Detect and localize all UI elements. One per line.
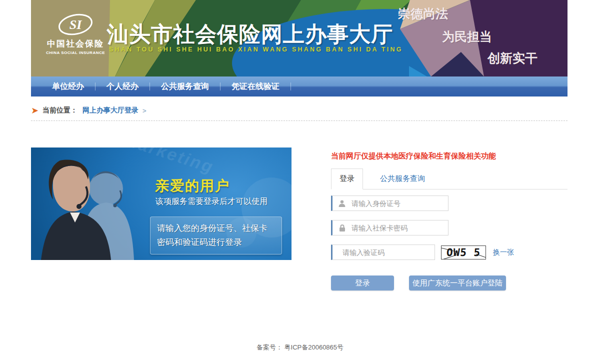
logo-chinese-name: 中国社会保险 <box>38 38 113 50</box>
nav-item-unit-services[interactable]: 单位经办 <box>41 82 95 92</box>
main-nav: 单位经办 个人经办 公共服务查询 凭证在线验证 <box>31 76 568 96</box>
slogan-chuangxin-shigan: 创新实干 <box>488 50 538 66</box>
nav-item-personal-services[interactable]: 个人经办 <box>96 82 150 92</box>
slogan-chongde-shangfa: 崇德尚法 <box>398 6 448 22</box>
slogan-weimin-dandang: 为民担当 <box>442 28 492 45</box>
tab-login[interactable]: 登录 <box>331 168 363 190</box>
captcha-field[interactable] <box>331 244 435 260</box>
nav-item-certificate-verify[interactable]: 凭证在线验证 <box>220 82 290 92</box>
captcha-image[interactable]: OW5 5 <box>441 246 486 260</box>
breadcrumb: ➤ 当前位置： 网上办事大厅登录 > <box>31 100 568 121</box>
site-title: 汕头市社会保险网上办事大厅 <box>107 20 393 49</box>
login-panel: 当前网厅仅提供本地医疗保险和生育保险相关功能 登录 公共服务查询 <box>331 148 568 290</box>
page: SI 中国社会保险 CHINA SOCIAL INSURANCE 汕头市社会保险… <box>0 0 600 364</box>
id-number-input[interactable] <box>352 196 448 210</box>
login-tabs: 登录 公共服务查询 <box>331 170 568 190</box>
login-promo-banner: marketing 亲爱的用户 该项服务需要登录后才可以使用 <box>31 148 292 260</box>
customer-service-agents-illustration <box>31 148 156 260</box>
header-banner: SI 中国社会保险 CHINA SOCIAL INSURANCE 汕头市社会保险… <box>31 0 568 76</box>
promo-subheading: 该项服务需要登录后才可以使用 <box>156 196 268 207</box>
id-number-field[interactable] <box>331 196 448 211</box>
footer-icp-record: 备案号： 粤ICP备20060865号 <box>0 343 600 352</box>
site-title-pinyin: SHAN TOU SHI SHE HUI BAO XIAN WANG SHANG… <box>109 46 403 53</box>
promo-tip-box: 请输入您的身份证号、社保卡密码和验证码进行登录 <box>150 216 282 254</box>
china-social-insurance-logo: SI 中国社会保险 CHINA SOCIAL INSURANCE <box>38 13 113 55</box>
tab-public-service-query[interactable]: 公共服务查询 <box>372 169 433 189</box>
lock-icon <box>332 224 352 232</box>
si-logo-icon: SI <box>57 13 94 36</box>
promo-heading: 亲爱的用户 <box>155 176 230 196</box>
breadcrumb-chevron: > <box>142 107 146 114</box>
nav-separator <box>290 82 291 90</box>
button-row: 登录 使用广东统一平台账户登陆 <box>331 276 568 290</box>
password-input[interactable] <box>352 220 448 235</box>
password-field[interactable] <box>331 220 448 236</box>
logo-english-name: CHINA SOCIAL INSURANCE <box>38 50 113 55</box>
svg-text:SI: SI <box>70 18 82 32</box>
breadcrumb-prefix: 当前位置： <box>42 106 78 115</box>
guangdong-platform-login-button[interactable]: 使用广东统一平台账户登陆 <box>409 276 506 290</box>
captcha-input[interactable] <box>332 245 436 260</box>
nav-item-public-query[interactable]: 公共服务查询 <box>150 82 220 92</box>
breadcrumb-current-link[interactable]: 网上办事大厅登录 <box>82 106 138 115</box>
refresh-captcha-link[interactable]: 换一张 <box>493 248 514 257</box>
login-button[interactable]: 登录 <box>331 276 394 290</box>
user-icon <box>332 200 352 208</box>
service-notice: 当前网厅仅提供本地医疗保险和生育保险相关功能 <box>331 152 568 161</box>
breadcrumb-arrow-icon: ➤ <box>31 106 38 115</box>
captcha-row: OW5 5 换一张 <box>331 244 568 260</box>
